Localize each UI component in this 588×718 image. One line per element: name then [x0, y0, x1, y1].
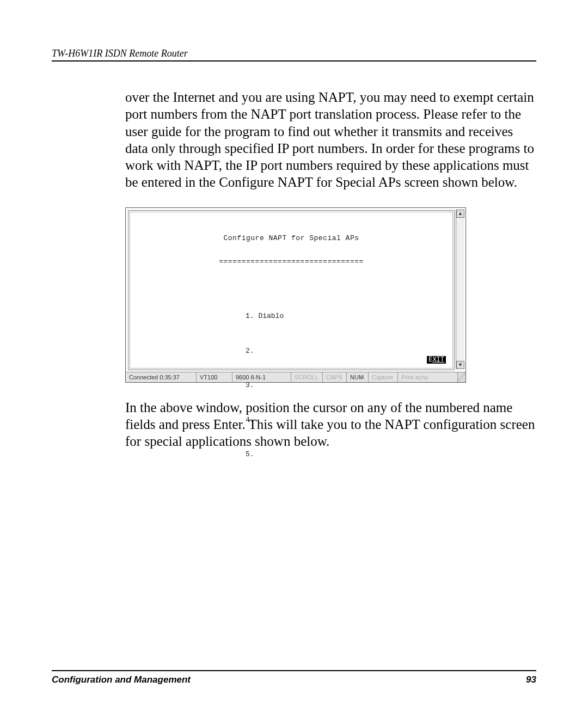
body-text-block: over the Internet and you are using NAPT… [125, 89, 536, 191]
menu-item-2[interactable]: 2. [246, 346, 451, 358]
status-connected: Connected 0:35:37 [126, 372, 197, 382]
status-scroll: SCROLL [291, 372, 323, 382]
page-container: TW-H6W1IR ISDN Remote Router over the In… [0, 0, 588, 718]
status-num: NUM [347, 372, 369, 382]
footer-left: Configuration and Management [52, 674, 191, 685]
footer-row: Configuration and Management 93 [52, 674, 536, 685]
exit-button[interactable]: EXIT [427, 356, 446, 364]
status-bar: Connected 0:35:37 VT100 9600 8-N-1 SCROL… [126, 372, 465, 382]
status-emulation: VT100 [197, 372, 232, 382]
terminal-screenshot: Configure NAPT for Special APs =========… [125, 207, 536, 383]
menu-item-1[interactable]: 1. Diablo [246, 311, 451, 323]
header-title: TW-H6W1IR ISDN Remote Router [52, 48, 188, 59]
status-caps: CAPS [323, 372, 347, 382]
arrow-down-icon: ▼ [458, 362, 463, 367]
footer-rule [52, 670, 536, 671]
menu-item-4[interactable]: 4. [246, 415, 451, 427]
resize-grip-icon[interactable] [458, 372, 465, 382]
arrow-up-icon: ▲ [458, 211, 463, 216]
terminal-title-underline: ================================ [131, 257, 451, 266]
terminal-title: Configure NAPT for Special APs [131, 234, 451, 242]
paragraph-1: over the Internet and you are using NAPT… [125, 89, 536, 191]
footer-page-number: 93 [526, 674, 536, 685]
page-footer: Configuration and Management 93 [52, 670, 536, 685]
scroll-up-button[interactable]: ▲ [456, 210, 464, 218]
page-header: TW-H6W1IR ISDN Remote Router [52, 48, 536, 62]
terminal-frame: Configure NAPT for Special APs =========… [125, 207, 466, 383]
menu-item-3[interactable]: 3. [246, 380, 451, 392]
menu-item-5[interactable]: 5. [246, 449, 451, 461]
status-print-echo: Print echo [398, 372, 458, 382]
exit-suffix: XIT [432, 356, 444, 364]
terminal-menu-list: 1. Diablo 2. 3. 4. 5. [246, 289, 451, 484]
status-capture: Capture [369, 372, 398, 382]
status-settings: 9600 8-N-1 [232, 372, 291, 382]
scroll-down-button[interactable]: ▼ [456, 361, 464, 369]
vertical-scrollbar[interactable]: ▲ ▼ [456, 210, 464, 369]
terminal-content: Configure NAPT for Special APs =========… [131, 213, 451, 367]
